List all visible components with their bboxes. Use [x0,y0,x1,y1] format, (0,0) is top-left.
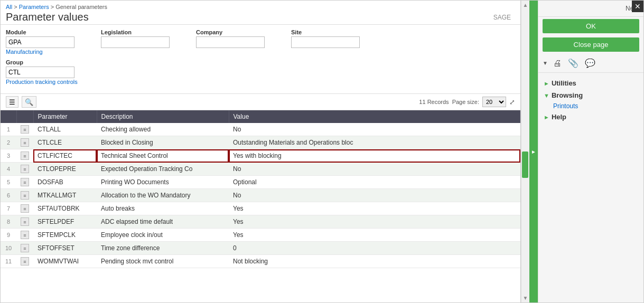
breadcrumb-parameters[interactable]: Parameters [19,4,49,10]
row-icon-cell[interactable]: ≡ [16,215,33,229]
group-label: Group [6,59,90,65]
scroll-down-arrow[interactable]: ▼ [523,295,528,301]
parameters-table: Parameter Description Value 1≡CTLALLChec… [1,110,520,268]
filter-row-2: Group Production tracking controls [6,59,515,85]
row-value: Not blocking [229,255,520,268]
table-row[interactable]: 11≡WOMMVTWAIPending stock mvt controlNot… [1,255,520,268]
module-label: Module [6,29,90,35]
company-input[interactable] [196,36,265,48]
row-icon-cell[interactable]: ≡ [16,136,33,149]
nav-browsing[interactable]: ▼ Browsing [543,89,639,101]
scroll-up-arrow[interactable]: ▲ [523,2,528,8]
row-icon-cell[interactable]: ≡ [16,149,33,163]
close-page-button[interactable]: Close page [543,37,639,52]
table-row[interactable]: 8≡SFTELPDEFADC elapsed time defaultYes [1,215,520,229]
nav-utilities[interactable]: ► Utilities [543,77,639,89]
panel-collapse-button[interactable]: ► [529,1,538,302]
expand-button[interactable]: ⤢ [509,98,515,106]
row-value: Optional [229,176,520,189]
table-row[interactable]: 4≡CTLOPEPREExpected Operation Tracking C… [1,163,520,176]
search-button[interactable]: 🔍 [22,96,36,108]
row-param: CTLALL [33,123,97,136]
table-row[interactable]: 10≡SFTOFFSETTime zone difference0 [1,242,520,255]
col-icon [16,110,33,123]
row-icon-cell[interactable]: ≡ [16,163,33,176]
filters-area: Module Manufacturing Legislation Company… [1,25,520,94]
dropdown-arrow[interactable]: ▼ [543,60,548,66]
module-input[interactable] [6,36,74,48]
row-param: SFTELPDEF [33,215,97,229]
row-icon: ≡ [21,204,29,213]
row-value: Yes [229,229,520,242]
nav-help[interactable]: ► Help [543,111,639,123]
row-icon-cell[interactable]: ≡ [16,202,33,215]
table-row[interactable]: 7≡SFTAUTOBRKAuto breaksYes [1,202,520,215]
group-filter: Group Production tracking controls [6,59,90,85]
legislation-input[interactable] [101,36,170,48]
nav-printouts[interactable]: Printouts [543,101,639,111]
table-row[interactable]: 2≡CTLCLEBlocked in ClosingOutstanding Ma… [1,136,520,149]
page-title: Parameter values [6,11,89,23]
grid-view-button[interactable]: ☰ [6,96,18,108]
breadcrumb-all[interactable]: All [6,4,12,10]
scrollbar[interactable]: ▲ ▼ [521,1,529,302]
chat-icon-button[interactable]: 💬 [584,57,596,69]
toolbar-icons: ▼ 🖨 📎 💬 [538,54,643,73]
row-icon: ≡ [21,244,29,252]
row-icon-cell[interactable]: ≡ [16,255,33,268]
row-icon: ≡ [21,178,29,186]
row-desc: Time zone difference [97,242,229,255]
page-size-label: Page size: [452,99,479,105]
site-input[interactable] [291,36,360,48]
close-window-button[interactable]: ✕ [632,1,643,12]
attach-icon-button[interactable]: 📎 [567,57,580,69]
col-description: Description [97,110,229,123]
row-icon: ≡ [21,152,29,160]
row-desc: Expected Operation Tracking Co [97,163,229,176]
row-desc: Allocation to the WO Mandatory [97,189,229,202]
help-arrow: ► [544,114,549,120]
col-parameter: Parameter [33,110,97,123]
company-filter: Company [196,29,281,55]
module-filter: Module Manufacturing [6,29,90,55]
row-value: No [229,189,520,202]
row-param: CTLFICTEC [33,149,97,163]
row-value: No [229,163,520,176]
table-row[interactable]: 1≡CTLALLChecking allowedNo [1,123,520,136]
row-icon: ≡ [21,257,29,266]
table-row[interactable]: 6≡MTKALLMGTAllocation to the WO Mandator… [1,189,520,202]
row-icon-cell[interactable]: ≡ [16,229,33,242]
table-row[interactable]: 9≡SFTEMPCLKEmployee clock in/outYes [1,229,520,242]
records-count: 11 Records [419,99,449,105]
table-row[interactable]: 3≡CTLFICTECTechnical Sheet ControlYes wi… [1,149,520,163]
row-icon-cell[interactable]: ≡ [16,123,33,136]
row-icon: ≡ [21,217,29,226]
browsing-arrow: ▼ [544,92,549,99]
module-sublabel: Manufacturing [6,49,90,55]
table-row[interactable]: 5≡DOSFABPrinting WO DocumentsOptional [1,176,520,189]
row-value: Yes [229,202,520,215]
row-icon-cell[interactable]: ≡ [16,242,33,255]
row-desc: Employee clock in/out [97,229,229,242]
row-icon-cell[interactable]: ≡ [16,189,33,202]
row-param: SFTEMPCLK [33,229,97,242]
main-content: All > Parameters > General parameters Pa… [1,1,521,302]
row-param: MTKALLMGT [33,189,97,202]
table-header: Parameter Description Value [1,110,520,123]
row-icon: ≡ [21,191,29,200]
row-num: 3 [1,149,16,163]
row-value: 0 [229,242,520,255]
group-input[interactable] [6,67,74,78]
page-size-select[interactable]: 20 10 50 100 [482,97,506,107]
right-panel-nav: ► Utilities ▼ Browsing Printouts ► Help [538,73,643,127]
scroll-thumb[interactable] [522,152,528,178]
ok-button[interactable]: OK [543,19,639,33]
col-value: Value [229,110,520,123]
row-num: 11 [1,255,16,268]
row-icon-cell[interactable]: ≡ [16,176,33,189]
legislation-label: Legislation [101,29,185,35]
right-panel-header: New [538,1,643,17]
row-param: CTLCLE [33,136,97,149]
print-icon-button[interactable]: 🖨 [552,58,563,69]
filter-row-1: Module Manufacturing Legislation Company… [6,29,515,55]
